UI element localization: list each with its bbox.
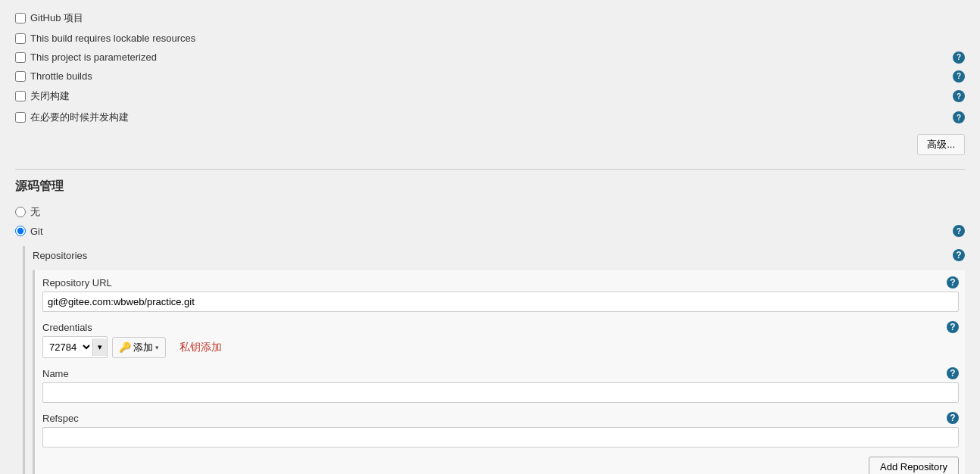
radio-git[interactable] [15, 226, 26, 236]
help-icon-git[interactable]: ? [953, 225, 965, 237]
checkbox-lockable-label: This build requires lockable resources [30, 33, 195, 44]
help-icon-refspec[interactable]: ? [947, 412, 959, 424]
checkbox-row-disable: 关闭构建 ? [15, 86, 965, 107]
repository-url-field: Repository URL ? [42, 276, 959, 312]
key-icon: 🔑 [119, 341, 131, 353]
help-icon-concurrent[interactable]: ? [953, 111, 965, 123]
add-btn-dropdown-arrow: ▾ [155, 344, 159, 351]
scm-section: 源码管理 无 Git ? Repositories ? Repository [15, 179, 965, 474]
section-divider [15, 169, 965, 170]
refspec-field: Refspec ? [42, 412, 959, 447]
checkbox-row-throttle: Throttle builds ? [15, 67, 965, 86]
checkbox-lockable[interactable] [15, 33, 26, 44]
add-credentials-button[interactable]: 🔑 添加 ▾ [112, 337, 166, 358]
radio-none-label: 无 [30, 205, 40, 219]
checkboxes-section: GitHub 项目 This build requires lockable r… [15, 8, 965, 128]
help-icon-throttle[interactable]: ? [953, 70, 965, 83]
checkbox-github[interactable] [15, 13, 26, 23]
radio-none[interactable] [15, 207, 26, 217]
checkbox-throttle-label: Throttle builds [30, 70, 92, 82]
credentials-field: Credentials ? 72784 ▾ 🔑 添加 [42, 321, 959, 358]
checkbox-disable-label: 关闭构建 [30, 89, 70, 103]
name-label-row: Name ? [42, 367, 959, 379]
private-key-note: 私钥添加 [179, 341, 222, 354]
name-label: Name [42, 368, 69, 379]
credentials-dropdown-button[interactable]: ▾ [92, 338, 107, 356]
credentials-label-row: Credentials ? [42, 321, 959, 333]
credentials-select-wrapper: 72784 ▾ [42, 336, 108, 358]
radio-git-label: Git [30, 226, 43, 237]
checkbox-concurrent-label: 在必要的时候并发构建 [30, 111, 129, 124]
checkbox-row-concurrent: 在必要的时候并发构建 ? [15, 107, 965, 128]
refspec-label: Refspec [42, 413, 79, 424]
checkbox-row-parameterized: This project is parameterized ? [15, 48, 965, 67]
radio-row-none: 无 [15, 202, 965, 222]
repository-url-input[interactable] [42, 292, 959, 312]
checkbox-row-lockable: This build requires lockable resources [15, 29, 965, 48]
checkbox-parameterized[interactable] [15, 52, 26, 63]
refspec-label-row: Refspec ? [42, 412, 959, 424]
help-icon-repo-url[interactable]: ? [947, 276, 959, 288]
scm-section-title: 源码管理 [15, 179, 965, 195]
advanced-row: 高级... [15, 128, 965, 161]
help-icon-name[interactable]: ? [947, 367, 959, 379]
repository-url-label-row: Repository URL ? [42, 276, 959, 288]
add-repository-button[interactable]: Add Repository [869, 457, 959, 474]
checkbox-disable[interactable] [15, 91, 26, 101]
refspec-input[interactable] [42, 427, 959, 447]
checkbox-github-label: GitHub 项目 [30, 11, 83, 25]
checkbox-row-github: GitHub 项目 [15, 8, 965, 29]
add-repository-row: Add Repository [42, 457, 959, 474]
repo-inner-block: Repository URL ? Credentials ? 72784 [33, 270, 965, 474]
credentials-label: Credentials [42, 322, 92, 333]
name-field: Name ? [42, 367, 959, 403]
credentials-controls-row: 72784 ▾ 🔑 添加 ▾ 私钥添加 [42, 336, 959, 358]
checkbox-throttle[interactable] [15, 71, 26, 82]
help-icon-parameterized[interactable]: ? [953, 51, 965, 64]
help-icon-disable[interactable]: ? [953, 90, 965, 102]
add-btn-label: 添加 [133, 341, 153, 354]
checkbox-parameterized-label: This project is parameterized [30, 51, 157, 63]
name-input[interactable] [42, 382, 959, 403]
repositories-label-row: Repositories ? [33, 246, 965, 264]
credentials-select[interactable]: 72784 [43, 337, 92, 357]
help-icon-credentials[interactable]: ? [947, 321, 959, 333]
checkbox-concurrent[interactable] [15, 112, 26, 123]
repositories-block: Repositories ? Repository URL ? Credenti… [23, 246, 965, 474]
radio-row-git: Git ? [15, 222, 965, 240]
repository-url-label: Repository URL [42, 277, 112, 288]
advanced-button[interactable]: 高级... [917, 134, 965, 155]
help-icon-repositories[interactable]: ? [953, 249, 965, 261]
page-container: GitHub 项目 This build requires lockable r… [0, 0, 980, 474]
repositories-label-text: Repositories [33, 250, 87, 261]
